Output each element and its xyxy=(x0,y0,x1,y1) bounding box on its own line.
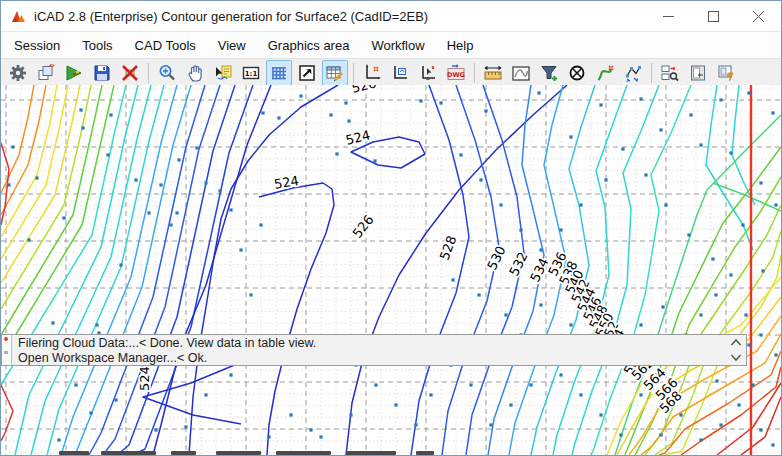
contour-label: 524 xyxy=(137,366,152,391)
gear-icon xyxy=(8,63,28,83)
cutoff-glyph xyxy=(276,451,331,455)
status-scrollbar xyxy=(726,335,746,365)
axes-box-icon xyxy=(390,63,410,83)
contour-label: 530 xyxy=(484,243,508,272)
contour-L-green-2 xyxy=(1,85,114,359)
table-view-button[interactable] xyxy=(322,60,348,86)
scroll-up-button[interactable] xyxy=(728,337,744,349)
curve-icon xyxy=(511,63,531,83)
expand-view-button[interactable] xyxy=(294,60,320,86)
status-line-1: Filering Cloud Data:...< Done. View data… xyxy=(18,336,726,351)
cutoff-glyph xyxy=(416,451,434,455)
filter-cloud-button[interactable] xyxy=(536,60,562,86)
run-open-button[interactable] xyxy=(61,60,87,86)
panel-refresh-button[interactable] xyxy=(713,60,739,86)
status-blue-marker xyxy=(4,351,8,354)
panel-icon xyxy=(688,63,708,83)
status-line-2: Open Workspace Manager...< Ok. xyxy=(18,351,726,365)
toolbar-separator xyxy=(474,63,475,83)
contour-L-dblue-1 xyxy=(117,85,235,455)
contour-524-wedge xyxy=(143,357,254,424)
workflow-export-button[interactable] xyxy=(657,60,683,86)
save-button[interactable] xyxy=(89,60,115,86)
contour-edge-red-2 xyxy=(1,385,13,441)
axes-pick-button[interactable] xyxy=(415,60,441,86)
grid-toggle-button[interactable] xyxy=(266,60,292,86)
actual-size-button[interactable]: 1:1 xyxy=(238,60,264,86)
settings-gear-button[interactable] xyxy=(5,60,31,86)
contour-label: 532 xyxy=(506,249,530,278)
grid-icon xyxy=(269,63,289,83)
zoom-in-button[interactable] xyxy=(154,60,180,86)
maximize-button[interactable] xyxy=(691,2,736,30)
note-icon xyxy=(213,63,233,83)
svg-text:1:1: 1:1 xyxy=(245,70,258,78)
scroll-down-button[interactable] xyxy=(728,352,744,364)
new-axes-button[interactable] xyxy=(359,60,385,86)
cutoff-glyph xyxy=(346,451,396,455)
status-gutter xyxy=(2,335,12,365)
pan-hand-button[interactable] xyxy=(182,60,208,86)
contour-label: 526 xyxy=(350,212,377,241)
delete-x-icon xyxy=(120,63,140,83)
expand-icon xyxy=(297,63,317,83)
axes-pick-icon xyxy=(418,63,438,83)
delete-cad-button[interactable] xyxy=(117,60,143,86)
copy-new-button[interactable] xyxy=(33,60,59,86)
contour-528 xyxy=(411,85,469,455)
edit-vertices-button[interactable] xyxy=(620,60,646,86)
cutoff-glyph xyxy=(216,451,261,455)
ruler-icon xyxy=(483,63,503,83)
menu-session[interactable]: Session xyxy=(3,34,71,57)
menu-cad-tools[interactable]: CAD Tools xyxy=(124,34,207,57)
close-button[interactable] xyxy=(736,2,781,30)
menu-workflow[interactable]: Workflow xyxy=(360,34,435,57)
panel-flash-icon xyxy=(716,63,736,83)
toolbar: 1:1 DWG xyxy=(1,58,781,88)
export-find-icon xyxy=(660,63,680,83)
minimize-button[interactable] xyxy=(646,2,691,30)
status-bar: Filering Cloud Data:...< Done. View data… xyxy=(1,334,747,366)
contour-524-spur xyxy=(259,183,334,455)
hand-icon xyxy=(185,63,205,83)
funnel-icon xyxy=(539,63,559,83)
menu-bar: Session Tools CAD Tools View Graphics ar… xyxy=(1,32,781,58)
cutoff-glyph xyxy=(101,451,156,455)
contour-plot-canvas[interactable]: 5265245245245265285305325345365385405425… xyxy=(1,85,781,455)
zoom-in-icon xyxy=(157,63,177,83)
status-red-marker xyxy=(4,337,8,341)
app-window: iCAD 2.8 (Enterprise) Contour generation… xyxy=(0,0,782,456)
cutoff-glyph xyxy=(59,451,89,455)
window-controls xyxy=(646,2,781,30)
save-icon xyxy=(92,63,112,83)
toolbar-separator xyxy=(148,63,149,83)
measure-ruler-button[interactable] xyxy=(480,60,506,86)
dwg-icon: DWG xyxy=(446,63,466,83)
contour-label: 524 xyxy=(273,173,300,192)
annotate-note-button[interactable] xyxy=(210,60,236,86)
one-to-one-icon: 1:1 xyxy=(241,63,261,83)
export-dwg-button[interactable]: DWG xyxy=(443,60,469,86)
spline-new-button[interactable] xyxy=(592,60,618,86)
axes-box-button[interactable] xyxy=(387,60,413,86)
svg-text:DWG: DWG xyxy=(447,71,465,79)
vertices-icon xyxy=(623,63,643,83)
toolbar-separator xyxy=(651,63,652,83)
workspace-panel-button[interactable] xyxy=(685,60,711,86)
window-title: iCAD 2.8 (Enterprise) Contour generation… xyxy=(34,9,646,24)
spline-star-icon xyxy=(595,63,615,83)
run-icon xyxy=(64,63,84,83)
contour-542 xyxy=(572,85,659,455)
copy-icon xyxy=(36,63,56,83)
contour-label: 526 xyxy=(350,85,378,96)
axes-star-icon xyxy=(362,63,382,83)
menu-view[interactable]: View xyxy=(207,34,257,57)
menu-help[interactable]: Help xyxy=(436,34,485,57)
menu-graphics-area[interactable]: Graphics area xyxy=(257,34,361,57)
menu-tools[interactable]: Tools xyxy=(71,34,123,57)
toolbar-separator xyxy=(353,63,354,83)
target-icon xyxy=(567,63,587,83)
title-bar: iCAD 2.8 (Enterprise) Contour generation… xyxy=(1,1,781,32)
curve-fit-button[interactable] xyxy=(508,60,534,86)
target-point-button[interactable] xyxy=(564,60,590,86)
